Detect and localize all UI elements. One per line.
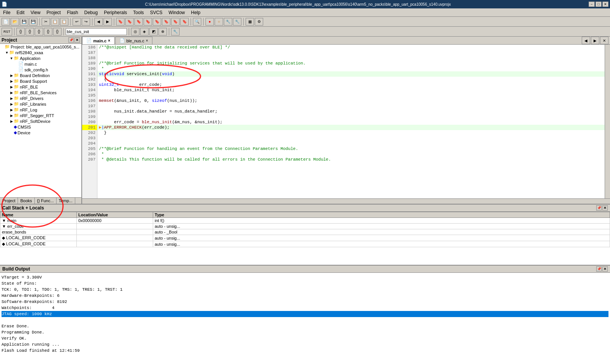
function-search-input[interactable] [66, 28, 127, 35]
editor-close-pane[interactable]: ✕ [600, 37, 608, 44]
cs-panel-close[interactable]: ✕ [602, 205, 608, 211]
close-button[interactable]: ✕ [602, 2, 608, 7]
tree-item[interactable]: 📄main.c [0, 61, 81, 67]
menu-debug[interactable]: Debug [81, 9, 101, 16]
menu-view[interactable]: View [28, 9, 44, 16]
tree-item[interactable]: ◆CMSIS [0, 124, 81, 130]
bookmark6-button[interactable]: 🔖 [162, 18, 170, 26]
tab-close-main[interactable]: × [108, 39, 110, 43]
tree-toggle[interactable]: ▶ [9, 97, 14, 100]
proj-tab-books[interactable]: Books [18, 198, 35, 204]
proj-tab-func[interactable]: {} Func... [35, 198, 57, 204]
undo-button[interactable]: ↩ [73, 18, 81, 26]
tree-toggle[interactable]: ▶ [9, 85, 14, 89]
tree-toggle[interactable]: ▶ [9, 108, 14, 112]
tree-toggle[interactable]: ▶ [9, 102, 14, 106]
new-button[interactable]: 📄 [2, 18, 10, 26]
call-stack-row[interactable]: erase_bonds auto - _Bool [0, 229, 610, 235]
proj-tab-project[interactable]: Project [0, 198, 18, 204]
bookmark7-button[interactable]: 🔖 [171, 18, 180, 26]
editor-tab-ble-nus-c[interactable]: 📄 ble_nus.c × [115, 37, 152, 44]
call-stack-row[interactable]: ▼ err_code auto - unsig... [0, 224, 610, 229]
tree-item[interactable]: ▶📁nRF_BLE_Services [0, 90, 81, 95]
bo-panel-pin[interactable]: 📌 [596, 266, 602, 272]
menu-tools[interactable]: Tools [130, 9, 147, 16]
settings-button[interactable]: ⚙ [255, 18, 263, 26]
dbg-extra4[interactable]: ⊕ [159, 28, 167, 35]
tab-close-ble[interactable]: × [146, 39, 148, 43]
minimize-button[interactable]: − [589, 2, 595, 7]
menu-edit[interactable]: Edit [13, 9, 28, 16]
tree-toggle[interactable]: ▶ [9, 114, 14, 118]
proj-tab-temp[interactable]: Temp... [57, 198, 75, 204]
tree-item[interactable]: ▶📁nRF_Segger_RTT [0, 113, 81, 118]
editor-scrollbar-h[interactable] [82, 198, 610, 204]
tree-toggle[interactable]: ▼ [9, 56, 14, 60]
tree-item[interactable]: ▶📁nRF_Log [0, 107, 81, 113]
tree-toggle[interactable]: ▶ [9, 79, 14, 83]
save-all-button[interactable]: 💾 [29, 18, 37, 26]
call-stack-row[interactable]: ◆ LOCAL_ERR_CODE auto - unsig... [0, 235, 610, 241]
debug-circle-button[interactable]: ○ [215, 18, 223, 26]
bo-panel-close[interactable]: ✕ [602, 266, 608, 272]
call-stack-row[interactable]: ◆ LOCAL_ERR_CODE auto - unsig... [0, 241, 610, 247]
debug-tool2-button[interactable]: 🔧 [233, 18, 241, 26]
reset-button[interactable]: RST [2, 28, 12, 35]
menu-project[interactable]: Project [44, 9, 64, 16]
menu-file[interactable]: File [0, 9, 13, 16]
tree-item[interactable]: ◆Device [0, 130, 81, 135]
editor-tab-scroll-left[interactable]: ◀ [582, 37, 590, 44]
tree-toggle[interactable]: ▶ [9, 74, 14, 77]
editor-scrollbar-v[interactable] [605, 45, 610, 198]
bookmark1-button[interactable]: 🔖 [116, 18, 125, 26]
tree-item[interactable]: ▶📁Board Support [0, 78, 81, 84]
config-button[interactable]: 🔧 [171, 28, 180, 35]
bookmark3-button[interactable]: 🔖 [134, 18, 143, 26]
nav-back-button[interactable]: ◀ [94, 18, 103, 26]
debug-tool1-button[interactable]: 🔧 [224, 18, 232, 26]
build-output-content[interactable]: VTarget = 3.300VState of Pins:TCK: 0, TD… [0, 273, 610, 364]
dbg-btn4[interactable]: {} [44, 28, 52, 35]
project-panel-pin[interactable]: 📌 [68, 37, 74, 43]
tree-toggle[interactable]: ▶ [9, 119, 14, 123]
bookmark8-button[interactable]: 🔖 [180, 18, 189, 26]
code-area[interactable]: 1861871881891901911921931941951961971981… [82, 45, 610, 198]
tree-item[interactable]: 📁Project: ble_app_uart_pca10056_s... [0, 44, 81, 50]
copy-button[interactable]: 📋 [51, 18, 59, 26]
redo-button[interactable]: ↪ [82, 18, 90, 26]
dbg-extra3[interactable]: ◩ [149, 28, 158, 35]
menu-peripherals[interactable]: Peripherals [101, 9, 130, 16]
open-button[interactable]: 📂 [11, 18, 19, 26]
bookmark4-button[interactable]: 🔖 [144, 18, 152, 26]
dbg-btn5[interactable]: {} [53, 28, 61, 35]
debug-run-button[interactable]: ● [205, 18, 214, 26]
cs-panel-pin[interactable]: 📌 [596, 205, 602, 211]
tree-item[interactable]: ▶📁Board Definition [0, 72, 81, 78]
search-button[interactable]: 🔍 [193, 18, 201, 26]
tree-item[interactable]: ▶📁nRF_BLE [0, 84, 81, 90]
cut-button[interactable]: ✂ [42, 18, 50, 26]
editor-tab-scroll-right[interactable]: ▶ [591, 37, 599, 44]
layout-button[interactable]: ▦ [246, 18, 254, 26]
save-button[interactable]: 💾 [20, 18, 28, 26]
call-stack-content[interactable]: Name Location/Value Type ▼ main 0x000000… [0, 212, 610, 265]
nav-forward-button[interactable]: ▶ [104, 18, 112, 26]
tree-item[interactable]: ▶📁nRF_SoftDevice [0, 118, 81, 124]
code-content[interactable]: /**@snippet [Handling the data received … [97, 45, 605, 198]
menu-svcs[interactable]: SVCS [147, 9, 166, 16]
editor-tab-main-c[interactable]: 📄 main.c × [82, 37, 115, 44]
tree-item[interactable]: ▼📁nrf52840_xxaa [0, 50, 81, 55]
project-panel-close[interactable]: ✕ [74, 37, 80, 43]
dbg-btn1[interactable]: {} [16, 28, 25, 35]
paste-button[interactable]: 📋 [60, 18, 68, 26]
dbg-extra2[interactable]: ◈ [140, 28, 149, 35]
bookmark5-button[interactable]: 🔖 [153, 18, 161, 26]
dbg-btn3[interactable]: {} [35, 28, 43, 35]
tree-item[interactable]: ▶📁nRF_Drivers [0, 95, 81, 101]
tree-item[interactable]: ▼📁Application [0, 55, 81, 61]
bookmark2-button[interactable]: 🔖 [125, 18, 134, 26]
dbg-extra1[interactable]: ◎ [131, 28, 139, 35]
tree-item[interactable]: 📄sdk_config.h [0, 67, 81, 72]
call-stack-row[interactable]: ▼ main 0x00000000 int f() [0, 218, 610, 224]
tree-toggle[interactable]: ▶ [9, 91, 14, 95]
